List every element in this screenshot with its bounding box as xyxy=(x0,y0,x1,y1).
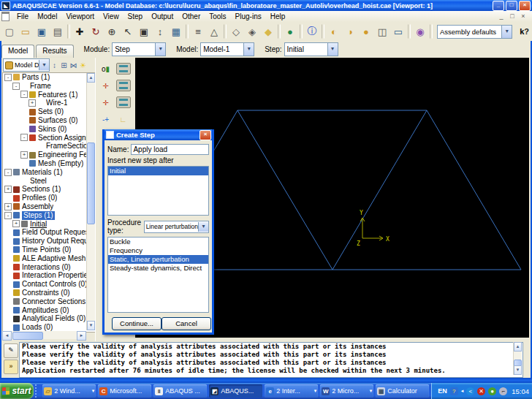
tree-item[interactable]: Profiles (0) xyxy=(3,194,95,202)
hiddenline-render-icon[interactable]: ◈ xyxy=(244,23,260,39)
tree-expander[interactable]: - xyxy=(12,83,20,90)
model-select-combo[interactable]: Model-1▾ xyxy=(200,42,254,56)
intersect-displaygroup-icon[interactable]: ◑ xyxy=(342,23,358,39)
print-icon[interactable]: ▤ xyxy=(50,23,66,39)
color-code-combo[interactable]: Assembly defaults ▾ xyxy=(437,25,512,39)
step-manager-icon[interactable] xyxy=(116,62,131,75)
step-name-input[interactable]: Apply load xyxy=(131,144,209,155)
tree-item[interactable]: Interaction Properties (0) xyxy=(3,271,95,280)
tips-lightbulb-icon[interactable]: ☀ xyxy=(78,61,88,69)
tree-item[interactable]: Analytical Fields (0) xyxy=(3,314,95,323)
tree-item[interactable]: Connector Sections (0) xyxy=(3,297,95,306)
zoom-select-icon[interactable]: ↖ xyxy=(120,23,136,39)
expand-collapse-icon[interactable]: ↕ xyxy=(50,61,59,69)
chevron-down-icon[interactable]: ▾ xyxy=(314,388,317,394)
history-output-icon[interactable]: ✛ xyxy=(99,96,113,109)
tree-item[interactable]: - Steps (1) xyxy=(3,211,95,220)
tree-item[interactable]: - Section Assignments xyxy=(3,134,95,142)
menu-item[interactable]: Model xyxy=(33,12,61,21)
ale-adaptive-mesh-icon[interactable]: ∟ xyxy=(116,113,131,126)
remove-displaygroup-icon[interactable]: ● xyxy=(358,23,374,39)
pan-view-icon[interactable]: ✚ xyxy=(72,23,88,39)
chevron-down-icon[interactable]: ▾ xyxy=(370,388,373,394)
time-points-icon[interactable]: -+ xyxy=(99,113,113,126)
tree-item[interactable]: Constraints (0) xyxy=(3,289,95,297)
tree-item[interactable]: Skins (0) xyxy=(3,125,95,134)
menu-item[interactable]: Step xyxy=(123,12,148,21)
tab-model[interactable]: Model xyxy=(1,45,34,58)
procedure-list-item[interactable]: Frequency xyxy=(108,246,208,255)
minimize-button[interactable]: _ xyxy=(493,1,504,11)
rotate-view-icon[interactable]: ↻ xyxy=(88,23,104,39)
tree-expander[interactable]: + xyxy=(20,151,28,159)
procedure-list-item[interactable]: Buckle xyxy=(108,238,208,246)
save-file-icon[interactable]: ▣ xyxy=(34,23,50,39)
link-icon[interactable]: ⋈ xyxy=(69,61,78,69)
close-button[interactable]: × xyxy=(519,1,531,11)
tree-item[interactable]: - Features (1) xyxy=(3,91,95,99)
taskbar-button-powerpoint[interactable]: C Microsoft... ▾ xyxy=(98,384,151,398)
dialog-close-icon[interactable]: × xyxy=(200,130,211,140)
tree-expander[interactable]: - xyxy=(4,74,12,81)
procedure-list-item[interactable]: Steady-state dynamics, Direct xyxy=(108,264,208,273)
history-output-manager-icon[interactable] xyxy=(116,96,131,109)
perspective-off-icon[interactable]: ≡ xyxy=(190,23,206,39)
model-database-combo[interactable]: Model D ▾ xyxy=(3,58,50,72)
toolbar-icon[interactable] xyxy=(186,24,189,39)
tree-item[interactable]: - Parts (1) xyxy=(3,73,95,82)
tree-item[interactable]: - Materials (1) xyxy=(3,168,95,177)
toolbar-icon[interactable] xyxy=(67,24,70,39)
insert-after-list[interactable]: Initial xyxy=(107,166,209,216)
chevron-down-icon[interactable]: ▾ xyxy=(92,388,95,394)
console-scrollbar[interactable]: ▲ ▼ xyxy=(513,342,522,375)
query-cursor-icon[interactable]: k? xyxy=(515,27,532,36)
procedure-list[interactable]: BuckleFrequencyStatic, Linear perturbati… xyxy=(107,237,209,313)
start-button[interactable]: start xyxy=(0,383,34,399)
toolbar-icon[interactable] xyxy=(300,24,303,39)
tree-item[interactable]: Steel xyxy=(3,177,95,186)
query-info-icon[interactable]: ⓘ xyxy=(304,23,320,39)
field-output-icon[interactable]: ✛ xyxy=(99,79,113,92)
fit-view-icon[interactable]: ▣ xyxy=(136,23,152,39)
tree-item[interactable]: Contact Controls (0) xyxy=(3,280,95,289)
tree-item[interactable]: + Assembly xyxy=(3,202,95,211)
display-options-icon[interactable]: ▭ xyxy=(390,23,406,39)
tree-item[interactable]: Surfaces (0) xyxy=(3,116,95,125)
tree-item[interactable]: - Frame xyxy=(3,82,95,91)
color-code-icon[interactable]: ◉ xyxy=(412,23,428,39)
tree-item[interactable]: + Sections (1) xyxy=(3,185,95,194)
render-beam-profiles-icon[interactable]: ● xyxy=(282,23,298,39)
restore-button[interactable]: □ xyxy=(506,1,517,11)
tree-item[interactable]: History Output Requests xyxy=(3,237,95,246)
shaded-render-icon[interactable]: ◆ xyxy=(260,23,276,39)
taskbar-button-word[interactable]: W 2 Micro... ▾ xyxy=(320,384,373,398)
menu-item[interactable]: Viewport xyxy=(61,12,99,21)
module-combo[interactable]: Step▾ xyxy=(112,42,166,56)
language-indicator[interactable]: EN xyxy=(438,387,447,395)
toolbar-icon[interactable] xyxy=(408,24,411,39)
mdi-close-button[interactable]: × xyxy=(519,12,528,20)
open-file-icon[interactable]: ▭ xyxy=(18,23,34,39)
tree-item[interactable]: + Wire-1 xyxy=(3,99,95,107)
procedure-type-combo[interactable]: Linear perturbation ▾ xyxy=(144,221,209,233)
tree-vertical-scrollbar[interactable]: ▲ ▼ xyxy=(86,73,95,330)
procedure-list-item[interactable]: Static, Linear perturbation xyxy=(108,255,208,264)
menu-item[interactable]: Output xyxy=(147,12,178,21)
menu-item[interactable]: Other xyxy=(178,12,205,21)
tree-item[interactable]: Interactions (0) xyxy=(3,263,95,272)
tree-expander[interactable]: - xyxy=(20,91,28,98)
viewport-layout-icon[interactable]: ◫ xyxy=(374,23,390,39)
tree-expander[interactable]: - xyxy=(4,212,12,219)
tree-item[interactable]: + Initial xyxy=(3,220,95,229)
magnify-view-icon[interactable]: ⊕ xyxy=(104,23,120,39)
tree-item[interactable]: Field Output Requests xyxy=(3,228,95,237)
tree-expander[interactable]: + xyxy=(28,99,36,107)
antivirus-tray-icon[interactable]: ● xyxy=(488,387,496,395)
mouse-settings-icon[interactable]: ⌐ xyxy=(499,387,507,395)
filter-icon[interactable]: ⊞ xyxy=(59,61,69,69)
views-toolbox-icon[interactable]: ▦ xyxy=(168,23,184,39)
menu-item[interactable]: File xyxy=(12,12,33,21)
taskbar-button-windows-group[interactable]: ▱ 2 Wind... ▾ xyxy=(42,384,96,398)
kernel-cli-icon[interactable]: » xyxy=(4,360,18,374)
tree-expander[interactable]: + xyxy=(4,186,12,193)
